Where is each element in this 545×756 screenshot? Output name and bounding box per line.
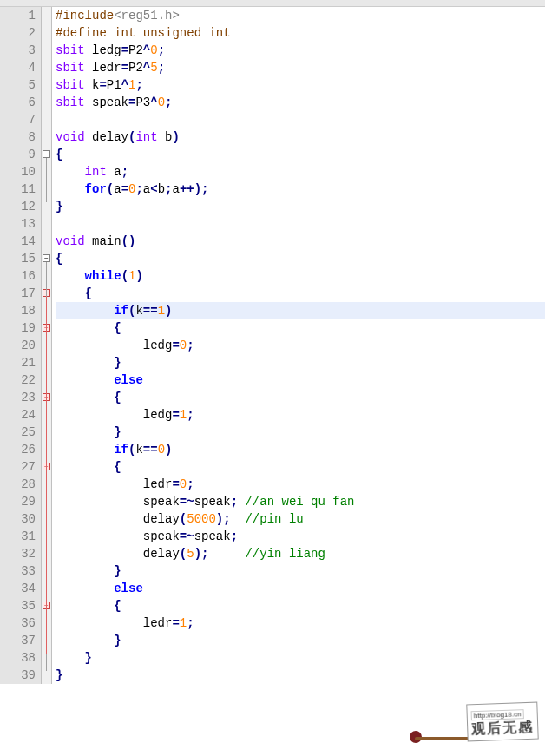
code-line[interactable]: void delay(int b) (56, 128, 545, 146)
code-line[interactable]: { (56, 389, 545, 406)
code-line[interactable]: } (56, 649, 545, 667)
line-number: 23 (0, 389, 36, 406)
code-line[interactable] (56, 215, 545, 233)
code-line[interactable]: speak=~speak; (56, 528, 545, 545)
line-number: 36 (0, 615, 36, 632)
line-number: 16 (0, 267, 36, 285)
line-number: 19 (0, 319, 36, 337)
line-number: 38 (0, 649, 36, 667)
code-line[interactable]: { (56, 250, 545, 267)
line-number: 3 (0, 42, 36, 59)
code-line[interactable]: int a; (56, 163, 545, 181)
code-line[interactable]: if(k==0) (56, 441, 545, 458)
line-number: 9 (0, 146, 36, 163)
code-line[interactable]: ledg=1; (56, 406, 545, 424)
line-number: 11 (0, 181, 36, 198)
code-line[interactable]: speak=~speak; //an wei qu fan (56, 493, 545, 510)
code-line[interactable]: while(1) (56, 267, 545, 285)
line-number: 6 (0, 94, 36, 111)
line-number: 31 (0, 528, 36, 545)
code-line[interactable]: sbit speak=P3^0; (56, 94, 545, 111)
code-line[interactable]: for(a=0;a<b;a++); (56, 181, 545, 198)
fold-toggle[interactable]: − (43, 254, 50, 262)
line-number: 22 (0, 371, 36, 389)
line-number: 13 (0, 215, 36, 233)
code-line[interactable]: { (56, 597, 545, 615)
code-line[interactable]: } (56, 667, 545, 684)
line-number: 15 (0, 250, 36, 267)
code-line[interactable]: ledg=0; (56, 337, 545, 354)
line-number-gutter: 1234567891011121314151617181920212223242… (0, 7, 42, 684)
line-number: 32 (0, 545, 36, 562)
code-line[interactable]: } (56, 424, 545, 441)
line-number: 2 (0, 24, 36, 42)
line-number: 37 (0, 632, 36, 649)
code-line[interactable]: sbit k=P1^1; (56, 76, 545, 94)
code-area[interactable]: #include<reg51.h>#define int unsigned in… (52, 7, 545, 684)
code-line[interactable] (56, 111, 545, 128)
code-line[interactable]: sbit ledr=P2^5; (56, 59, 545, 76)
code-line[interactable]: delay(5000); //pin lu (56, 510, 545, 528)
line-number: 10 (0, 163, 36, 181)
line-number: 29 (0, 493, 36, 510)
code-line[interactable]: delay(5); //yin liang (56, 545, 545, 562)
line-number: 27 (0, 458, 36, 476)
code-line[interactable]: else (56, 371, 545, 389)
code-line[interactable]: void main() (56, 233, 545, 250)
line-number: 35 (0, 597, 36, 615)
code-line[interactable]: } (56, 198, 545, 215)
line-number: 14 (0, 233, 36, 250)
code-line[interactable]: sbit ledg=P2^0; (56, 42, 545, 59)
code-line[interactable]: } (56, 632, 545, 649)
code-line[interactable]: #include<reg51.h> (56, 7, 545, 24)
line-number: 18 (0, 302, 36, 319)
line-number: 26 (0, 441, 36, 458)
code-line[interactable]: ledr=1; (56, 615, 545, 632)
line-number: 12 (0, 198, 36, 215)
code-line[interactable]: { (56, 146, 545, 163)
line-number: 34 (0, 580, 36, 597)
code-line[interactable]: if(k==1) (56, 302, 545, 319)
code-line[interactable]: { (56, 285, 545, 302)
code-line[interactable]: { (56, 319, 545, 337)
line-number: 28 (0, 476, 36, 493)
line-number: 5 (0, 76, 36, 94)
code-line[interactable]: else (56, 580, 545, 597)
code-line[interactable]: #define int unsigned int (56, 24, 545, 42)
line-number: 17 (0, 285, 36, 302)
tab-bar[interactable] (0, 0, 545, 7)
line-number: 33 (0, 562, 36, 580)
line-number: 7 (0, 111, 36, 128)
fold-toggle[interactable]: − (43, 150, 50, 158)
code-line[interactable]: { (56, 458, 545, 476)
line-number: 30 (0, 510, 36, 528)
line-number: 4 (0, 59, 36, 76)
line-number: 8 (0, 128, 36, 146)
line-number: 1 (0, 7, 36, 24)
line-number: 25 (0, 424, 36, 441)
fold-column[interactable]: −−−−−−− (42, 7, 52, 684)
line-number: 24 (0, 406, 36, 424)
code-line[interactable]: ledr=0; (56, 476, 545, 493)
code-line[interactable]: } (56, 354, 545, 371)
line-number: 21 (0, 354, 36, 371)
code-line[interactable]: } (56, 562, 545, 580)
line-number: 39 (0, 667, 36, 684)
line-number: 20 (0, 337, 36, 354)
code-editor[interactable]: 1234567891011121314151617181920212223242… (0, 7, 545, 684)
